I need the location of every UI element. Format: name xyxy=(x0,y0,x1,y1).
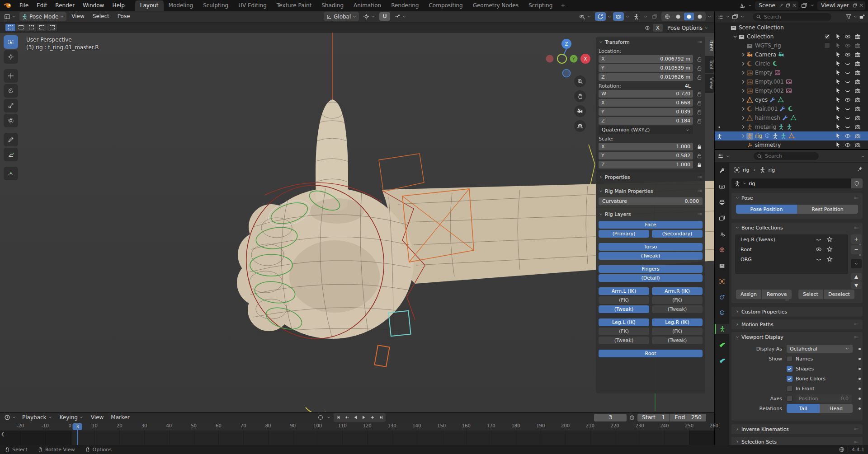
outliner-row-simmetry[interactable]: simmetry xyxy=(715,140,868,150)
disable-in-renders-icon[interactable] xyxy=(854,79,861,85)
outliner-row-eyes[interactable]: eyes xyxy=(715,95,868,104)
animate-dot[interactable] xyxy=(859,368,861,370)
bone-collection-root[interactable]: Root xyxy=(735,244,848,254)
animate-dot[interactable] xyxy=(859,378,861,380)
location-x-field[interactable]: X0.006792 m xyxy=(599,55,693,63)
workspace-tab-texture-paint[interactable]: Texture Paint xyxy=(272,0,316,11)
outliner-row-scene-collection[interactable]: Scene Collection xyxy=(715,23,868,32)
disable-in-renders-icon[interactable] xyxy=(854,142,861,148)
location-y-field[interactable]: Y0.010539 m xyxy=(599,64,693,72)
measure-tool-button[interactable] xyxy=(4,148,18,161)
chevron-down-icon[interactable] xyxy=(607,14,612,19)
navigation-gizmo[interactable]: Z Y X xyxy=(542,35,592,80)
disable-in-renders-icon[interactable] xyxy=(854,88,861,94)
rotation-mode-badge[interactable]: 4L xyxy=(685,83,691,89)
menu-render[interactable]: Render xyxy=(51,2,79,9)
unlock-icon[interactable] xyxy=(696,153,703,159)
hide-in-viewport-icon[interactable] xyxy=(844,97,851,103)
grip-icon[interactable] xyxy=(854,426,859,432)
workspace-tab-sculpting[interactable]: Sculpting xyxy=(198,0,233,11)
outliner-row-rig[interactable]: rig xyxy=(715,131,868,140)
scene-selector[interactable]: Scene ✕ xyxy=(755,1,798,10)
lock-icon[interactable] xyxy=(696,162,703,168)
disable-in-renders-icon[interactable] xyxy=(854,133,861,139)
unlock-icon[interactable] xyxy=(696,74,703,80)
outliner-row-empty-002[interactable]: Empty.002 xyxy=(715,86,868,95)
outliner-row-hairmesh[interactable]: hairmesh xyxy=(715,113,868,122)
rig-layer-face-button[interactable]: Face xyxy=(599,221,703,229)
timeline-menu-view[interactable]: View xyxy=(87,412,107,423)
properties-search[interactable] xyxy=(754,152,819,160)
chevron-down-icon[interactable] xyxy=(625,14,630,19)
chevron-down-icon[interactable] xyxy=(326,415,331,420)
filter-view-layer-icon[interactable] xyxy=(732,14,738,20)
outliner-row-collection[interactable]: Collection xyxy=(715,32,868,41)
rig-layer-leg-l-ik-button[interactable]: Leg.L (IK) xyxy=(599,318,649,326)
transform-panel-header[interactable]: Transform xyxy=(599,37,703,47)
properties-tab-world[interactable] xyxy=(715,245,729,255)
pose-breakdowner-tool-button[interactable] xyxy=(4,167,18,180)
select-box-tool-button[interactable] xyxy=(4,35,18,49)
chevron-down-icon[interactable] xyxy=(748,3,752,8)
viewport-menu-pose[interactable]: Pose xyxy=(113,11,134,22)
visibility-off-icon[interactable] xyxy=(816,256,822,262)
chevron-down-icon[interactable] xyxy=(726,14,730,19)
hide-in-viewport-icon[interactable] xyxy=(844,51,851,58)
gizmo-minus-z-axis[interactable] xyxy=(563,70,571,77)
properties-tab-view-layer[interactable] xyxy=(715,213,729,223)
hide-in-viewport-icon[interactable] xyxy=(844,115,851,121)
properties-tab-collection[interactable] xyxy=(715,261,729,271)
jump-end-button[interactable] xyxy=(377,414,385,421)
rig-layer-tweak-button[interactable]: (Tweak) xyxy=(599,252,703,260)
outliner-row-wgts-rig[interactable]: WGTS_rig xyxy=(715,41,868,50)
outliner-row-hair-001[interactable]: Hair.001 xyxy=(715,104,868,113)
end-frame-field[interactable]: End 250 xyxy=(670,414,706,421)
editor-type-button[interactable] xyxy=(2,12,19,21)
rig-layer-detail-button[interactable]: (Detail) xyxy=(599,274,703,282)
stopwatch-icon[interactable] xyxy=(629,414,635,421)
disclosure-closed-icon[interactable] xyxy=(740,88,746,94)
sidebar-tab-item[interactable]: Item xyxy=(705,37,714,55)
hide-in-viewport-icon[interactable] xyxy=(844,124,851,130)
transform-orientation-dropdown[interactable]: Global xyxy=(324,12,359,21)
new-scene-icon[interactable] xyxy=(785,3,791,8)
disclosure-closed-icon[interactable] xyxy=(740,106,746,112)
current-frame-field[interactable]: 3 xyxy=(594,414,627,421)
deselect-button[interactable]: Deselect xyxy=(824,290,854,299)
rig-layer-fingers-button[interactable]: Fingers xyxy=(599,265,703,273)
snap-toggle-button[interactable] xyxy=(379,12,390,21)
display-mode-icon[interactable] xyxy=(717,14,724,20)
cursor-tool-button[interactable] xyxy=(4,50,18,64)
zoom-button[interactable] xyxy=(574,75,586,87)
rotation-x-field[interactable]: X0.668 xyxy=(599,99,693,107)
visibility-on-icon[interactable] xyxy=(816,246,822,253)
properties-tab-object[interactable] xyxy=(715,276,729,286)
selectable-arrow-icon[interactable] xyxy=(835,42,841,49)
properties-tab-render[interactable] xyxy=(715,182,729,192)
unlink-scene-icon[interactable]: ✕ xyxy=(792,2,797,9)
properties-panel-header[interactable]: Properties xyxy=(599,172,703,183)
disclosure-closed-icon[interactable] xyxy=(740,97,746,103)
axes-position-slider[interactable]: Position 0.0 xyxy=(796,394,852,403)
exclude-checkbox[interactable] xyxy=(824,33,830,39)
motion-paths-panel[interactable]: Motion Paths xyxy=(731,319,863,329)
remove-button[interactable]: Remove xyxy=(762,290,792,299)
disable-in-renders-icon[interactable] xyxy=(854,61,861,67)
lock-icon[interactable] xyxy=(696,144,703,150)
disable-in-renders-icon[interactable] xyxy=(854,70,861,76)
ghost-button[interactable] xyxy=(649,12,660,21)
rotation-mode-dropdown[interactable]: Quaternion (WXYZ) xyxy=(599,126,693,134)
mirror-x-button[interactable]: X xyxy=(653,24,663,32)
grip-icon[interactable] xyxy=(697,188,703,194)
mode-dropdown[interactable]: Pose Mode xyxy=(19,12,66,21)
timeline-editor-button[interactable] xyxy=(2,413,19,422)
selectable-arrow-icon[interactable] xyxy=(835,106,841,112)
workspace-tab-geometry-nodes[interactable]: Geometry Nodes xyxy=(468,0,524,11)
chevron-down-icon[interactable] xyxy=(810,3,815,8)
properties-tab-bone-constraint[interactable] xyxy=(715,356,729,365)
viewport-3d[interactable]: User Perspective (3) rig : f_ring.01_mas… xyxy=(0,33,714,412)
id-name-field[interactable]: rig xyxy=(731,178,851,188)
pin-icon[interactable] xyxy=(778,3,784,8)
grip-icon[interactable] xyxy=(697,211,703,217)
selectable-arrow-icon[interactable] xyxy=(835,88,841,94)
